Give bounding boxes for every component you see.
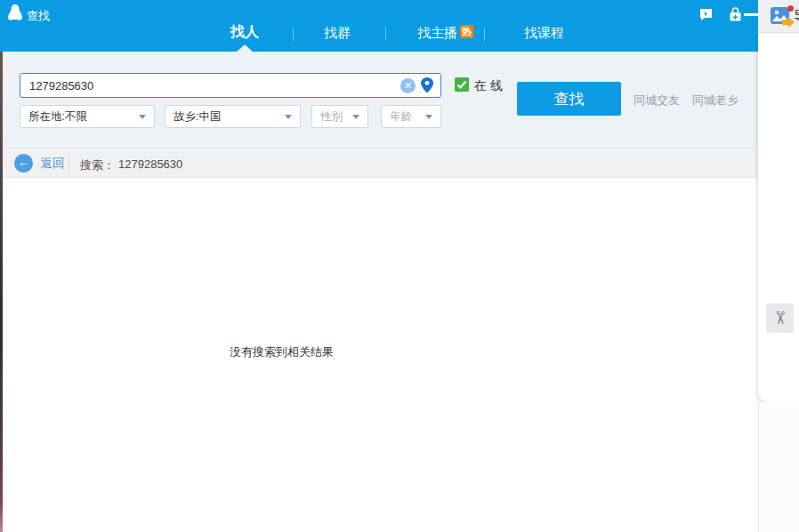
window-header: 查找 找人 找群 找主播热 [0,0,758,52]
filter-gender-label: 性别 [320,110,343,123]
link-city-dating[interactable]: 同城交友 [634,93,680,107]
search-input[interactable] [20,74,440,97]
divider [69,155,69,173]
tab-separator [484,28,485,41]
result-bar: ← 返回 搜索： 1279285630 [0,150,758,178]
tab-find-group-label: 找群 [324,25,351,40]
filter-gender-dropdown[interactable]: 性别 [311,105,368,128]
chevron-down-icon [425,115,432,119]
search-caption: 搜索： [80,157,115,173]
tab-find-group[interactable]: 找群 [324,25,351,42]
chevron-down-icon [139,115,146,119]
tab-find-course-label: 找课程 [524,25,564,40]
tab-find-course[interactable]: 找课程 [524,25,564,42]
empty-result-message: 没有搜索到相关结果 [230,344,334,360]
filter-hometown-dropdown[interactable]: 故乡:中国 [165,105,301,128]
location-pin-icon[interactable] [421,77,433,93]
back-arrow-icon: ← [14,154,33,173]
search-box: ✕ [20,73,441,98]
chevron-down-icon [285,115,292,119]
search-term: 1279285630 [118,157,182,171]
filter-location-label: 所在地:不限 [28,110,87,123]
search-panel: ✕ 在 线 查找 同城交友 同城老乡 所在地:不限 故乡: [0,52,758,149]
tab-separator [385,28,386,41]
find-button[interactable]: 查找 [517,82,621,116]
qq-penguin-icon [8,4,22,21]
minimize-button[interactable] [744,13,758,16]
feedback-bubble-icon[interactable] [699,8,713,21]
tab-find-people[interactable]: 找人 [230,23,259,42]
online-checkbox[interactable] [455,77,469,92]
tab-find-anchor-label: 找主播 [417,25,457,40]
side-window-toolbar: 导 [758,0,799,33]
city-links: 同城交友 同城老乡 [634,93,738,109]
side-window-lower-area [758,402,799,532]
side-window-panel: ✂ [758,34,799,402]
filter-hometown-label: 故乡:中国 [174,110,221,123]
screenshot-scissors-button[interactable]: ✂ [766,303,794,333]
active-tab-pointer [237,44,253,52]
tab-find-anchor[interactable]: 找主播热 [417,25,473,42]
results-area: 没有搜索到相关结果 [0,179,758,532]
find-window: 查找 找人 找群 找主播热 [0,0,758,532]
filter-age-dropdown[interactable]: 年龄 [381,105,441,128]
screen: 查找 找人 找群 找主播热 [0,0,799,532]
filter-location-dropdown[interactable]: 所在地:不限 [20,105,155,128]
clear-input-icon[interactable]: ✕ [400,78,416,93]
window-title: 查找 [27,8,50,24]
online-label[interactable]: 在 线 [474,78,503,94]
scissors-icon: ✂ [765,310,795,326]
tab-find-people-label: 找人 [230,24,259,39]
desktop-edge-strip [0,52,3,532]
image-share-icon[interactable] [770,4,795,29]
tab-separator [293,28,294,41]
filter-age-label: 年龄 [390,110,412,123]
link-city-hometown[interactable]: 同城老乡 [692,93,738,107]
back-button[interactable]: ← 返回 [14,154,64,173]
hot-badge: 热 [460,25,473,38]
lock-plus-icon[interactable] [729,7,742,22]
back-label: 返回 [40,156,64,172]
clipped-menu-text: 导 [794,8,799,25]
side-window-sliver: 导 ✂ [758,0,799,532]
chevron-down-icon [352,115,359,119]
